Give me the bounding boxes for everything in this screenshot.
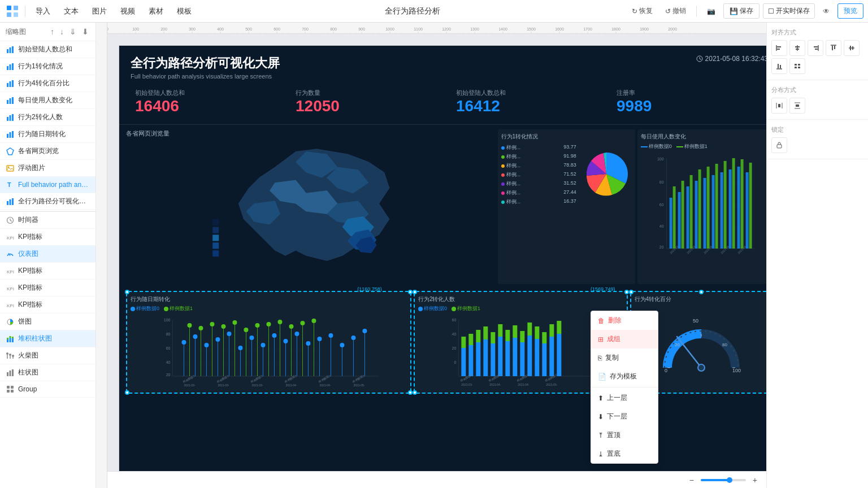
svg-point-275 [187, 323, 192, 328]
sidebar-item-16[interactable]: 饼图 [0, 313, 96, 330]
svg-rect-367 [777, 46, 781, 47]
menu-image[interactable]: 图片 [86, 4, 112, 19]
svg-rect-210 [695, 181, 697, 249]
ctx-top[interactable]: ⤒ 置顶 [591, 426, 658, 445]
dashboard-page[interactable]: 全行为路径分析可视化大屏 Full behavior path analysis… [119, 45, 766, 471]
sidebar-item-14[interactable]: KPI KPI指标 [0, 280, 96, 297]
screenshot-button[interactable]: 📷 [702, 5, 720, 18]
svg-rect-40 [10, 338, 11, 342]
sidebar-item-4[interactable]: 行为2转化人数 [0, 109, 96, 126]
align-right[interactable] [808, 40, 823, 56]
svg-rect-337 [520, 331, 524, 342]
svg-rect-15 [12, 97, 14, 104]
map-icon-6 [6, 147, 15, 156]
menu-material[interactable]: 素材 [143, 4, 169, 19]
redo-button[interactable]: ↻ 恢复 [627, 4, 657, 18]
ctx-layer-up[interactable]: ⬆ 上一层 [591, 389, 658, 407]
date-transform-chart: (1160,758) 行为随日期转化 样例数据0 样例数据1 [126, 291, 411, 394]
align-bottom[interactable] [771, 58, 787, 74]
template-icon: 📄 [598, 373, 606, 381]
canvas-content[interactable]: 全行为路径分析可视化大屏 Full behavior path analysis… [107, 34, 766, 471]
realtime-save-button[interactable]: ☐ 开实时保存 [763, 3, 815, 19]
svg-rect-371 [796, 49, 799, 50]
gauge-icon-12 [6, 250, 15, 259]
zoom-minus[interactable]: − [687, 474, 696, 486]
align-icons-2 [771, 58, 863, 74]
ctx-copy[interactable]: ⎘ 复制 [591, 348, 658, 367]
ctx-layer-down[interactable]: ⬇ 下一层 [591, 407, 658, 426]
sep2 [696, 6, 697, 17]
download-icon[interactable]: ⬇ [81, 26, 90, 37]
sidebar-item-15[interactable]: KPI KPI指标 [0, 297, 96, 313]
zoom-slider[interactable] [701, 479, 746, 481]
sidebar-item-7[interactable]: 浮动图片 [0, 160, 96, 177]
svg-text:1500: 1500 [527, 27, 536, 31]
handle-tr [408, 290, 413, 294]
sidebar-item-5[interactable]: 行为随日期转化 [0, 126, 96, 143]
coords-2: (1569,749) [591, 286, 615, 292]
sidebar-item-12[interactable]: 仪表图 [0, 246, 96, 263]
sidebar-item-17[interactable]: 堆积柱状图 [0, 330, 96, 347]
sidebar-item-13[interactable]: KPI KPI指标 [0, 263, 96, 280]
canvas-inner[interactable]: 全行为路径分析可视化大屏 Full behavior path analysis… [107, 34, 766, 471]
sidebar-list: 初始登陆人数总和 行为1转化情况 行为4转化百分比 每日使用人数变化 行为2转化… [0, 41, 96, 488]
svg-rect-216 [720, 172, 723, 249]
sidebar-item-1[interactable]: 行为1转化情况 [0, 58, 96, 75]
svg-rect-38 [7, 339, 8, 342]
svg-point-249 [227, 332, 231, 336]
sidebar-label-2: 行为4转化百分比 [18, 79, 90, 88]
ctx-bottom[interactable]: ⤓ 置底 [591, 445, 658, 463]
menu-template[interactable]: 模板 [171, 4, 197, 19]
sidebar-item-0[interactable]: 初始登陆人数总和 [0, 41, 96, 58]
svg-rect-335 [513, 325, 517, 338]
sidebar-item-10[interactable]: 时间器 [0, 211, 96, 229]
svg-text:60: 60 [452, 318, 456, 322]
sidebar-item-18[interactable]: 火柴图 [0, 347, 96, 364]
undo-button[interactable]: ↺ 撤销 [661, 4, 691, 18]
sidebar-item-6[interactable]: 各省网页浏览 [0, 143, 96, 160]
move-up-icon[interactable]: ↑ [49, 26, 55, 37]
save-button[interactable]: 💾 保存 [723, 3, 760, 19]
align-center-v[interactable] [844, 40, 860, 56]
distribute-h[interactable] [771, 98, 787, 114]
sidebar-item-20[interactable]: Group [0, 381, 96, 398]
ctx-delete[interactable]: 🗑 删除 [591, 311, 658, 330]
screenshot-icon: 📷 [707, 7, 715, 15]
menu-video[interactable]: 视频 [115, 4, 141, 19]
leg-3: 样例...71.52 [501, 171, 576, 178]
svg-rect-380 [852, 46, 853, 50]
align-center-h[interactable] [789, 40, 805, 56]
canvas-area[interactable]: // ticks generated in JS below 010020030… [96, 23, 766, 488]
svg-text:2021-04-: 2021-04- [518, 383, 529, 386]
svg-text:KPI: KPI [7, 236, 14, 241]
move-down-icon[interactable]: ↓ [59, 26, 65, 37]
svg-rect-215 [715, 164, 718, 249]
menu-import[interactable]: 导入 [30, 4, 56, 19]
align-more[interactable] [789, 58, 805, 74]
dashboard-title-group: 全行为路径分析可视化大屏 Full behavior path analysis… [131, 55, 280, 80]
sidebar-item-2[interactable]: 行为4转化百分比 [0, 75, 96, 92]
sidebar-item-11[interactable]: KPI KPI指标 [0, 229, 96, 246]
align-top[interactable] [826, 40, 841, 56]
svg-point-243 [193, 334, 197, 339]
align-left[interactable] [771, 40, 787, 56]
svg-point-49 [12, 355, 14, 357]
ctx-save-template[interactable]: 📄 存为模板 [591, 367, 658, 386]
sidebar-item-19[interactable]: 柱状图 [0, 364, 96, 381]
ctx-group[interactable]: ⊞ 成组 [591, 330, 658, 348]
sidebar-item-3[interactable]: 每日使用人数变化 [0, 92, 96, 109]
svg-rect-4 [7, 49, 8, 53]
zoom-plus[interactable]: + [750, 474, 760, 486]
sidebar-item-8[interactable]: T Full behavior path analysis... [0, 177, 96, 193]
eye-button[interactable]: 👁 [818, 5, 834, 18]
svg-rect-217 [723, 161, 726, 249]
sidebar-item-9[interactable]: 全行为路径分可视化大屏 [0, 193, 96, 210]
menu-text[interactable]: 文本 [58, 4, 84, 19]
distribute-section: 分布方式 [767, 80, 868, 120]
distribute-v[interactable] [789, 98, 805, 114]
preview-button[interactable]: 预览 [837, 3, 863, 19]
svg-rect-50 [7, 372, 8, 376]
move-bottom-icon[interactable]: ⇓ [68, 26, 77, 37]
leg-4: 样例...31.52 [501, 180, 576, 188]
lock-button[interactable] [771, 137, 787, 153]
